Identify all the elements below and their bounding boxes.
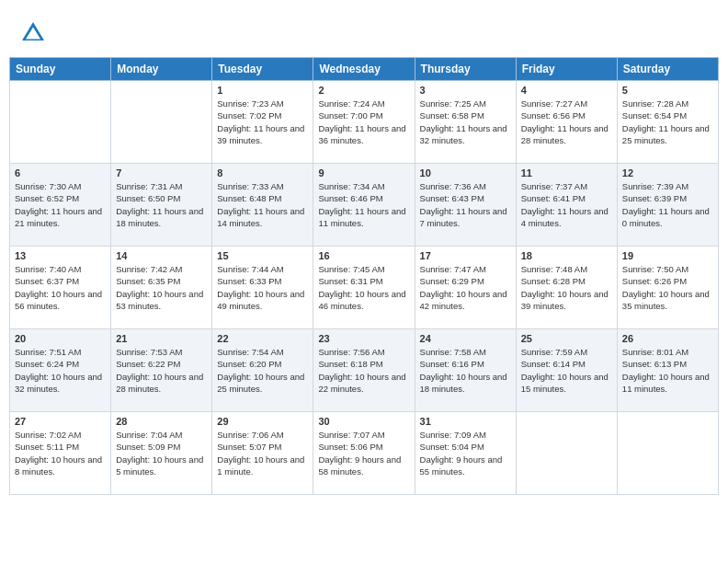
day-number: 30 xyxy=(318,416,409,427)
calendar-cell: 26Sunrise: 8:01 AMSunset: 6:13 PMDayligh… xyxy=(617,329,718,412)
calendar-cell: 21Sunrise: 7:53 AMSunset: 6:22 PMDayligh… xyxy=(111,329,212,412)
day-number: 17 xyxy=(420,250,511,261)
day-info: Sunrise: 7:33 AMSunset: 6:48 PMDaylight:… xyxy=(217,180,308,229)
day-number: 9 xyxy=(318,167,409,178)
day-info: Sunrise: 7:45 AMSunset: 6:31 PMDaylight:… xyxy=(318,263,409,312)
day-number: 6 xyxy=(15,167,106,178)
day-number: 11 xyxy=(521,167,612,178)
day-info: Sunrise: 7:42 AMSunset: 6:35 PMDaylight:… xyxy=(116,263,207,312)
logo xyxy=(18,18,50,48)
calendar-cell: 13Sunrise: 7:40 AMSunset: 6:37 PMDayligh… xyxy=(10,247,111,329)
calendar-cell: 9Sunrise: 7:34 AMSunset: 6:46 PMDaylight… xyxy=(313,164,415,247)
day-number: 7 xyxy=(116,167,207,178)
calendar-week-row: 20Sunrise: 7:51 AMSunset: 6:24 PMDayligh… xyxy=(10,329,719,412)
day-info: Sunrise: 7:37 AMSunset: 6:41 PMDaylight:… xyxy=(521,180,612,229)
calendar-cell: 28Sunrise: 7:04 AMSunset: 5:09 PMDayligh… xyxy=(111,412,212,495)
day-info: Sunrise: 7:04 AMSunset: 5:09 PMDaylight:… xyxy=(116,429,207,477)
calendar-cell: 6Sunrise: 7:30 AMSunset: 6:52 PMDaylight… xyxy=(10,164,111,247)
calendar-cell: 3Sunrise: 7:25 AMSunset: 6:58 PMDaylight… xyxy=(415,81,516,164)
weekday-header-friday: Friday xyxy=(516,58,617,81)
calendar-cell: 1Sunrise: 7:23 AMSunset: 7:02 PMDaylight… xyxy=(212,81,313,164)
day-number: 18 xyxy=(521,250,612,261)
day-number: 19 xyxy=(622,250,713,261)
day-number: 29 xyxy=(217,416,308,427)
calendar-cell xyxy=(10,81,111,164)
weekday-header-monday: Monday xyxy=(111,58,212,81)
calendar-cell: 20Sunrise: 7:51 AMSunset: 6:24 PMDayligh… xyxy=(10,329,111,412)
calendar-week-row: 27Sunrise: 7:02 AMSunset: 5:11 PMDayligh… xyxy=(10,412,719,495)
day-number: 21 xyxy=(116,333,207,344)
calendar-header-row: SundayMondayTuesdayWednesdayThursdayFrid… xyxy=(10,58,719,81)
weekday-header-thursday: Thursday xyxy=(415,58,516,81)
day-number: 25 xyxy=(521,333,612,344)
weekday-header-tuesday: Tuesday xyxy=(212,58,313,81)
day-info: Sunrise: 7:59 AMSunset: 6:14 PMDaylight:… xyxy=(521,346,612,395)
calendar-cell: 19Sunrise: 7:50 AMSunset: 6:26 PMDayligh… xyxy=(617,247,718,329)
weekday-header-sunday: Sunday xyxy=(10,58,111,81)
day-info: Sunrise: 7:27 AMSunset: 6:56 PMDaylight:… xyxy=(521,98,612,146)
day-info: Sunrise: 7:06 AMSunset: 5:07 PMDaylight:… xyxy=(217,429,308,477)
day-number: 16 xyxy=(318,250,409,261)
day-number: 12 xyxy=(622,167,713,178)
calendar-cell: 5Sunrise: 7:28 AMSunset: 6:54 PMDaylight… xyxy=(617,81,718,164)
day-info: Sunrise: 7:56 AMSunset: 6:18 PMDaylight:… xyxy=(318,346,409,395)
weekday-header-saturday: Saturday xyxy=(617,58,718,81)
calendar-cell: 16Sunrise: 7:45 AMSunset: 6:31 PMDayligh… xyxy=(313,247,415,329)
day-info: Sunrise: 7:48 AMSunset: 6:28 PMDaylight:… xyxy=(521,263,612,312)
calendar-cell: 18Sunrise: 7:48 AMSunset: 6:28 PMDayligh… xyxy=(516,247,617,329)
day-number: 27 xyxy=(15,416,106,427)
day-info: Sunrise: 7:47 AMSunset: 6:29 PMDaylight:… xyxy=(420,263,511,312)
calendar-cell: 31Sunrise: 7:09 AMSunset: 5:04 PMDayligh… xyxy=(415,412,516,495)
day-info: Sunrise: 7:31 AMSunset: 6:50 PMDaylight:… xyxy=(116,180,207,229)
calendar-cell: 2Sunrise: 7:24 AMSunset: 7:00 PMDaylight… xyxy=(313,81,415,164)
calendar-cell xyxy=(617,412,718,495)
calendar-cell: 22Sunrise: 7:54 AMSunset: 6:20 PMDayligh… xyxy=(212,329,313,412)
calendar-cell: 29Sunrise: 7:06 AMSunset: 5:07 PMDayligh… xyxy=(212,412,313,495)
day-number: 14 xyxy=(116,250,207,261)
day-info: Sunrise: 7:23 AMSunset: 7:02 PMDaylight:… xyxy=(217,98,308,146)
day-info: Sunrise: 7:50 AMSunset: 6:26 PMDaylight:… xyxy=(622,263,713,312)
calendar-cell: 24Sunrise: 7:58 AMSunset: 6:16 PMDayligh… xyxy=(415,329,516,412)
calendar-cell: 11Sunrise: 7:37 AMSunset: 6:41 PMDayligh… xyxy=(516,164,617,247)
calendar-cell: 23Sunrise: 7:56 AMSunset: 6:18 PMDayligh… xyxy=(313,329,415,412)
day-number: 5 xyxy=(622,85,713,96)
calendar-cell: 4Sunrise: 7:27 AMSunset: 6:56 PMDaylight… xyxy=(516,81,617,164)
day-info: Sunrise: 7:51 AMSunset: 6:24 PMDaylight:… xyxy=(15,346,106,395)
day-number: 28 xyxy=(116,416,207,427)
day-number: 13 xyxy=(15,250,106,261)
day-info: Sunrise: 7:39 AMSunset: 6:39 PMDaylight:… xyxy=(622,180,713,229)
calendar-week-row: 1Sunrise: 7:23 AMSunset: 7:02 PMDaylight… xyxy=(10,81,719,164)
calendar-cell: 12Sunrise: 7:39 AMSunset: 6:39 PMDayligh… xyxy=(617,164,718,247)
calendar-cell xyxy=(516,412,617,495)
day-info: Sunrise: 7:36 AMSunset: 6:43 PMDaylight:… xyxy=(420,180,511,229)
logo-icon xyxy=(18,18,48,48)
day-number: 24 xyxy=(420,333,511,344)
calendar-cell xyxy=(111,81,212,164)
day-number: 15 xyxy=(217,250,308,261)
page-header xyxy=(9,9,719,52)
day-info: Sunrise: 7:09 AMSunset: 5:04 PMDaylight:… xyxy=(420,429,511,477)
day-info: Sunrise: 7:44 AMSunset: 6:33 PMDaylight:… xyxy=(217,263,308,312)
calendar-cell: 14Sunrise: 7:42 AMSunset: 6:35 PMDayligh… xyxy=(111,247,212,329)
day-number: 1 xyxy=(217,85,308,96)
day-number: 4 xyxy=(521,85,612,96)
day-number: 2 xyxy=(318,85,409,96)
calendar-cell: 15Sunrise: 7:44 AMSunset: 6:33 PMDayligh… xyxy=(212,247,313,329)
calendar-cell: 7Sunrise: 7:31 AMSunset: 6:50 PMDaylight… xyxy=(111,164,212,247)
day-number: 31 xyxy=(420,416,511,427)
day-info: Sunrise: 7:34 AMSunset: 6:46 PMDaylight:… xyxy=(318,180,409,229)
day-number: 10 xyxy=(420,167,511,178)
day-info: Sunrise: 7:28 AMSunset: 6:54 PMDaylight:… xyxy=(622,98,713,146)
day-number: 8 xyxy=(217,167,308,178)
weekday-header-wednesday: Wednesday xyxy=(313,58,415,81)
calendar-cell: 17Sunrise: 7:47 AMSunset: 6:29 PMDayligh… xyxy=(415,247,516,329)
day-info: Sunrise: 7:40 AMSunset: 6:37 PMDaylight:… xyxy=(15,263,106,312)
calendar-table: SundayMondayTuesdayWednesdayThursdayFrid… xyxy=(9,57,719,495)
calendar-cell: 30Sunrise: 7:07 AMSunset: 5:06 PMDayligh… xyxy=(313,412,415,495)
calendar-week-row: 6Sunrise: 7:30 AMSunset: 6:52 PMDaylight… xyxy=(10,164,719,247)
day-number: 3 xyxy=(420,85,511,96)
day-info: Sunrise: 7:24 AMSunset: 7:00 PMDaylight:… xyxy=(318,98,409,146)
day-info: Sunrise: 7:07 AMSunset: 5:06 PMDaylight:… xyxy=(318,429,409,477)
day-info: Sunrise: 7:54 AMSunset: 6:20 PMDaylight:… xyxy=(217,346,308,395)
day-info: Sunrise: 7:30 AMSunset: 6:52 PMDaylight:… xyxy=(15,180,106,229)
